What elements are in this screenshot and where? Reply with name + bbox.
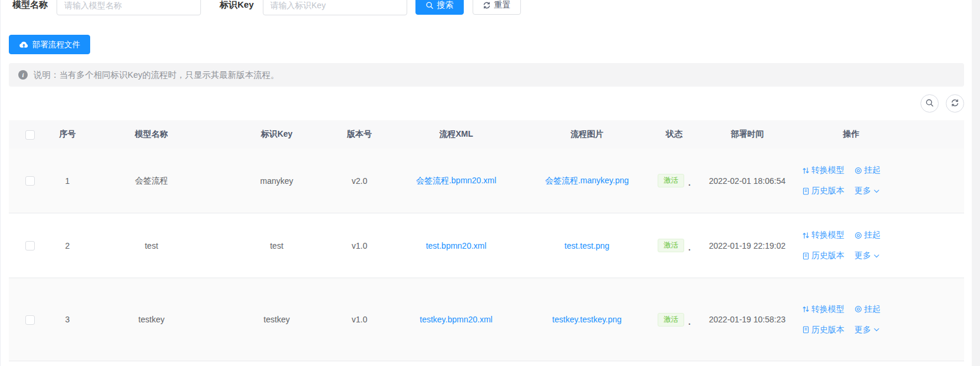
header-version: 版本号 <box>334 129 385 140</box>
status-badge: 激活 <box>658 174 684 187</box>
row-model-name: 会签流程 <box>84 176 219 186</box>
row-actions: 转换模型 挂起 历史版本 更多 <box>793 230 964 261</box>
convert-model-link[interactable]: 转换模型 <box>802 304 844 315</box>
double-circle-icon <box>854 305 862 313</box>
vertical-scrollbar[interactable] <box>972 0 980 366</box>
process-deployment-page: 模型名称 标识Key 搜索 重置 <box>1 0 972 361</box>
history-version-link[interactable]: 历史版本 <box>802 186 844 196</box>
deploy-time: 2022-01-19 22:19:02 <box>702 241 793 250</box>
reset-button-label: 重置 <box>494 0 511 11</box>
select-all-checkbox[interactable] <box>25 130 35 140</box>
chevron-down-icon <box>873 188 880 194</box>
suspend-link[interactable]: 挂起 <box>854 304 880 315</box>
row-no: 1 <box>51 176 84 186</box>
row-key: testkey <box>219 315 334 324</box>
header-model-name: 模型名称 <box>84 129 219 140</box>
document-icon <box>802 326 810 334</box>
convert-model-link[interactable]: 转换模型 <box>802 230 844 240</box>
process-image-link[interactable]: test.test.png <box>565 241 609 250</box>
refresh-table-button[interactable] <box>946 94 964 113</box>
chevron-down-icon <box>873 327 880 333</box>
status-dot: . <box>688 243 691 252</box>
header-time: 部署时间 <box>702 129 793 140</box>
row-key: test <box>219 241 334 250</box>
process-image-link[interactable]: testkey.testkey.png <box>552 315 622 324</box>
header-actions: 操作 <box>793 129 964 140</box>
more-dropdown[interactable]: 更多 <box>854 325 880 335</box>
magnifier-icon <box>925 98 934 109</box>
deploy-process-file-button[interactable]: 部署流程文件 <box>9 35 90 54</box>
up-down-arrows-icon <box>802 305 810 313</box>
process-xml-link[interactable]: test.bpmn20.xml <box>426 241 487 250</box>
convert-model-link[interactable]: 转换模型 <box>802 165 844 176</box>
status-dot: . <box>688 317 691 327</box>
double-circle-icon <box>854 167 862 174</box>
document-icon <box>802 187 810 195</box>
row-actions: 转换模型 挂起 历史版本 更多 <box>793 304 964 335</box>
table-toolbar <box>9 94 964 113</box>
status-badge: 激活 <box>658 239 684 252</box>
up-down-arrows-icon <box>802 167 810 174</box>
key-label: 标识Key <box>220 0 254 11</box>
search-button[interactable]: 搜索 <box>415 0 464 15</box>
document-icon <box>802 252 810 260</box>
info-icon: i <box>18 70 28 80</box>
search-form: 模型名称 标识Key 搜索 重置 <box>9 0 964 15</box>
header-no: 序号 <box>51 129 84 140</box>
row-model-name: testkey <box>84 315 219 324</box>
toggle-search-button[interactable] <box>920 94 939 113</box>
search-button-label: 搜索 <box>437 0 454 11</box>
info-alert: i 说明：当有多个相同标识Key的流程时，只显示其最新版本流程。 <box>9 63 964 87</box>
info-alert-text: 说明：当有多个相同标识Key的流程时，只显示其最新版本流程。 <box>34 70 279 81</box>
status-dot: . <box>688 178 691 187</box>
more-dropdown[interactable]: 更多 <box>854 186 880 196</box>
row-key: manykey <box>219 176 334 186</box>
up-down-arrows-icon <box>802 232 810 239</box>
cloud-upload-icon <box>19 41 29 49</box>
row-checkbox[interactable] <box>25 315 35 325</box>
history-version-link[interactable]: 历史版本 <box>802 325 844 335</box>
header-status: 状态 <box>646 129 702 140</box>
row-no: 2 <box>51 241 84 250</box>
model-name-label: 模型名称 <box>12 0 48 11</box>
row-version: v1.0 <box>334 315 385 324</box>
row-no: 3 <box>51 315 84 324</box>
model-name-input[interactable] <box>57 0 201 15</box>
deploy-time: 2022-01-19 10:58:23 <box>702 315 793 324</box>
row-checkbox[interactable] <box>25 241 35 250</box>
process-image-link[interactable]: 会签流程.manykey.png <box>545 176 629 185</box>
search-icon <box>425 1 434 9</box>
deploy-button-label: 部署流程文件 <box>32 39 80 50</box>
process-xml-link[interactable]: testkey.bpmn20.xml <box>420 315 492 324</box>
chevron-down-icon <box>873 253 880 259</box>
table-header-row: 序号 模型名称 标识Key 版本号 流程XML 流程图片 状态 部署时间 操作 <box>9 120 964 149</box>
reset-button[interactable]: 重置 <box>473 0 521 15</box>
process-xml-link[interactable]: 会签流程.bpmn20.xml <box>416 176 496 185</box>
row-model-name: test <box>84 241 219 250</box>
row-version: v1.0 <box>334 241 385 250</box>
header-xml: 流程XML <box>385 129 527 140</box>
table-row: 2 test test v1.0 test.bpmn20.xml test.te… <box>9 213 964 278</box>
status-badge: 激活 <box>658 313 684 327</box>
header-image: 流程图片 <box>527 129 646 140</box>
suspend-link[interactable]: 挂起 <box>854 165 880 176</box>
table-row: 1 会签流程 manykey v2.0 会签流程.bpmn20.xml 会签流程… <box>9 149 964 213</box>
suspend-link[interactable]: 挂起 <box>854 230 880 240</box>
row-actions: 转换模型 挂起 历史版本 更多 <box>793 165 964 196</box>
header-key: 标识Key <box>219 129 334 140</box>
history-version-link[interactable]: 历史版本 <box>802 250 844 261</box>
table-row: 3 testkey testkey v1.0 testkey.bpmn20.xm… <box>9 278 964 361</box>
row-version: v2.0 <box>334 176 385 186</box>
double-circle-icon <box>854 232 862 239</box>
toolbar-left: 部署流程文件 <box>9 35 964 54</box>
more-dropdown[interactable]: 更多 <box>854 250 880 261</box>
process-table: 序号 模型名称 标识Key 版本号 流程XML 流程图片 状态 部署时间 操作 … <box>9 120 964 361</box>
key-input[interactable] <box>263 0 407 15</box>
refresh-icon <box>483 1 491 9</box>
row-checkbox[interactable] <box>25 176 35 186</box>
refresh-icon <box>951 98 959 109</box>
deploy-time: 2022-02-01 18:06:54 <box>702 176 793 186</box>
